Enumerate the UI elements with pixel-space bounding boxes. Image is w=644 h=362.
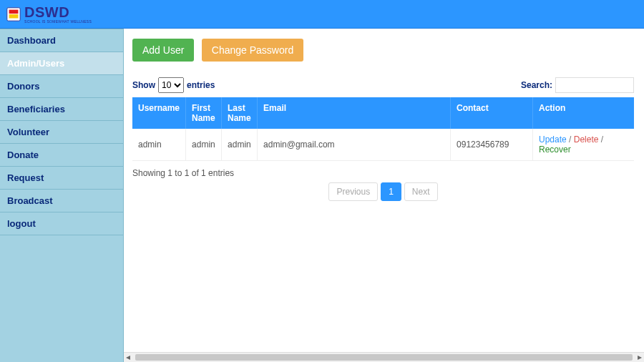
action-bar: Add User Change Password <box>132 39 634 62</box>
action-delete[interactable]: Delete <box>574 134 599 145</box>
action-recover[interactable]: Recover <box>539 145 571 155</box>
sidebar-item-donors[interactable]: Donors <box>0 75 123 98</box>
col-username[interactable]: Username <box>132 97 186 129</box>
svg-rect-1 <box>9 9 19 13</box>
dswd-logo-icon <box>6 6 21 22</box>
users-table: Username First Name Last Name Email Cont… <box>132 97 634 161</box>
pagination: Previous 1 Next <box>132 182 634 201</box>
entries-prefix: Show <box>132 80 155 90</box>
main-content: Add User Change Password Show 10 entries… <box>124 29 644 362</box>
col-first-name[interactable]: First Name <box>186 97 222 129</box>
cell-email: admin@gmail.com <box>258 129 451 161</box>
cell-actions: Update / Delete / Recover <box>533 129 634 161</box>
cell-contact: 09123456789 <box>451 129 533 161</box>
pager-page-1[interactable]: 1 <box>381 182 401 201</box>
sidebar-item-donate[interactable]: Donate <box>0 144 123 167</box>
sidebar-item-dashboard[interactable]: Dashboard <box>0 29 123 52</box>
search-input[interactable] <box>555 77 634 93</box>
col-contact[interactable]: Contact <box>451 97 533 129</box>
col-email[interactable]: Email <box>258 97 451 129</box>
topbar: DSWD SCHOOL IS SOMEWHAT WELLNESS <box>0 0 644 29</box>
col-action[interactable]: Action <box>533 97 634 129</box>
pager-next[interactable]: Next <box>404 182 438 201</box>
col-last-name[interactable]: Last Name <box>222 97 258 129</box>
sidebar-item-volunteer[interactable]: Volunteer <box>0 121 123 144</box>
brand-logo[interactable]: DSWD SCHOOL IS SOMEWHAT WELLNESS <box>6 4 92 24</box>
cell-last-name: admin <box>222 129 258 161</box>
action-update[interactable]: Update <box>539 134 567 145</box>
pager-previous[interactable]: Previous <box>328 182 378 201</box>
table-info: Showing 1 to 1 of 1 entries <box>132 168 634 178</box>
brand-name: DSWD <box>24 4 92 21</box>
horizontal-scrollbar[interactable] <box>124 352 644 362</box>
sidebar-item-logout[interactable]: logout <box>0 212 123 235</box>
cell-username: admin <box>132 129 186 161</box>
entries-select[interactable]: 10 <box>158 77 184 93</box>
sidebar-item-request[interactable]: Request <box>0 167 123 190</box>
table-row: admin admin admin admin@gmail.com 091234… <box>132 129 634 161</box>
add-user-button[interactable]: Add User <box>132 39 194 62</box>
change-password-button[interactable]: Change Password <box>202 39 303 62</box>
search-label: Search: <box>521 80 552 90</box>
sidebar: Dashboard Admin/Users Donors Beneficiari… <box>0 29 124 362</box>
cell-first-name: admin <box>186 129 222 161</box>
scrollbar-thumb[interactable] <box>135 354 633 361</box>
table-controls: Show 10 entries Search: <box>132 77 634 93</box>
sidebar-item-admin-users[interactable]: Admin/Users <box>0 52 123 75</box>
sidebar-item-beneficiaries[interactable]: Beneficiaries <box>0 98 123 121</box>
entries-suffix: entries <box>187 80 215 90</box>
svg-rect-2 <box>9 14 19 19</box>
sidebar-item-broadcast[interactable]: Broadcast <box>0 190 123 212</box>
brand-tagline: SCHOOL IS SOMEWHAT WELLNESS <box>24 19 92 24</box>
